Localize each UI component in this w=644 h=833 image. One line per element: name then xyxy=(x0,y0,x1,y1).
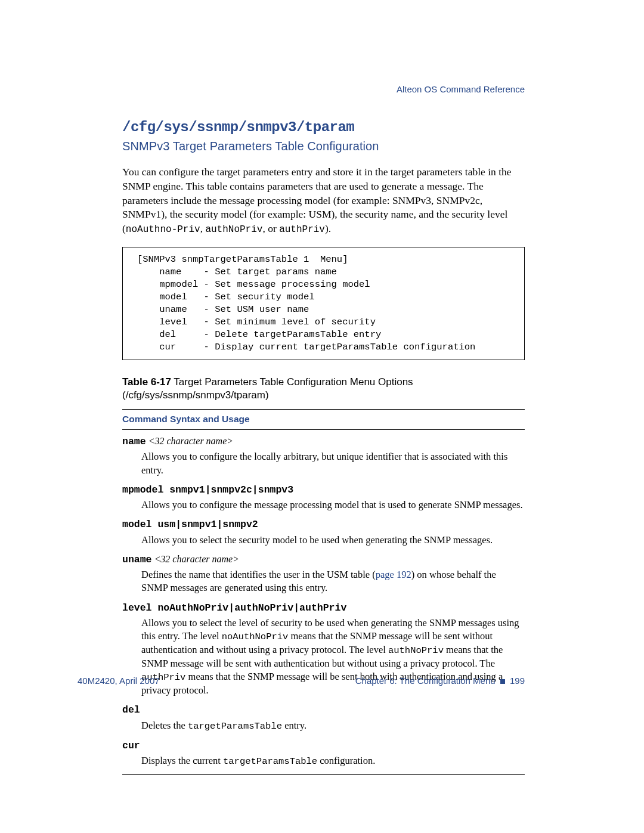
pipe-icon: | xyxy=(175,519,181,530)
subtitle: SNMPv3 Target Parameters Table Configura… xyxy=(122,138,525,154)
rule xyxy=(122,774,525,775)
rule xyxy=(122,409,525,410)
desc-text: Defines the name that identifies the use… xyxy=(141,569,376,580)
option-description: Displays the current targetParamsTable c… xyxy=(141,754,525,768)
desc-code: targetParamsTable xyxy=(188,721,282,732)
syntax-cmd: cur xyxy=(122,740,140,751)
desc-text: configuration. xyxy=(317,755,375,766)
syntax-alt: authPriv xyxy=(299,602,346,614)
option-entry-cur: cur Displays the current targetParamsTab… xyxy=(122,739,525,768)
syntax-alt: snmpv2c xyxy=(211,484,252,496)
syntax-line: level noAuthNoPriv|authNoPriv|authPriv xyxy=(122,601,525,615)
syntax-cmd: uname xyxy=(122,554,152,565)
intro-paragraph: You can configure the target parameters … xyxy=(122,165,525,236)
option-entry-model: model usm|snmpv1|snmpv2 Allows you to se… xyxy=(122,518,525,547)
syntax-cmd: level noAuthNoPriv xyxy=(122,602,228,614)
option-entry-del: del Deletes the targetParamsTable entry. xyxy=(122,703,525,732)
syntax-line: mpmodel snmpv1|snmpv2c|snmpv3 xyxy=(122,483,525,497)
rule xyxy=(122,429,525,430)
syntax-alt: snmpv3 xyxy=(258,484,293,496)
menu-listing-box: [SNMPv3 snmpTargetParamsTable 1 Menu] na… xyxy=(122,247,525,360)
intro-text: , or xyxy=(262,222,279,234)
page: Alteon OS Command Reference /cfg/sys/ssn… xyxy=(0,0,644,833)
option-entry-uname: uname <32 character name> Defines the na… xyxy=(122,553,525,595)
pipe-icon: | xyxy=(205,484,211,496)
page-footer: 40M2420, April 2007 Chapter 6: The Confi… xyxy=(78,675,525,687)
syntax-arg: <32 character name> xyxy=(148,436,233,446)
syntax-cmd: del xyxy=(122,704,140,716)
table-caption-label: Table 6-17 xyxy=(122,376,171,388)
pipe-icon: | xyxy=(216,519,222,530)
option-description: Defines the name that identifies the use… xyxy=(141,568,525,595)
option-description: Deletes the targetParamsTable entry. xyxy=(141,719,525,733)
option-description: Allows you to select the security model … xyxy=(141,534,525,547)
syntax-cmd: name xyxy=(122,436,146,447)
desc-text: Displays the current xyxy=(141,755,223,766)
desc-text: entry. xyxy=(282,720,306,731)
command-path-heading: /cfg/sys/ssnmp/snmpv3/tparam xyxy=(122,118,525,137)
desc-code: noAuthNoPriv xyxy=(222,631,289,642)
pipe-icon: | xyxy=(252,484,258,496)
syntax-line: cur xyxy=(122,739,525,753)
syntax-alt: snmpv1 xyxy=(181,519,216,530)
syntax-alt: authNoPriv xyxy=(234,602,293,614)
pipe-icon: | xyxy=(228,602,234,614)
intro-code: authNoPriv xyxy=(205,224,262,235)
intro-code: authPriv xyxy=(279,224,325,235)
intro-code: noAuthno-Priv xyxy=(126,224,200,235)
intro-text: ). xyxy=(325,222,331,234)
desc-code: authNoPriv xyxy=(388,645,444,656)
syntax-arg: <32 character name> xyxy=(154,554,239,564)
column-header: Command Syntax and Usage xyxy=(122,413,525,426)
desc-text: Deletes the xyxy=(141,720,188,731)
option-description: Allows you to configure the message proc… xyxy=(141,498,525,512)
footer-right: Chapter 6: The Configuration Menu 199 xyxy=(355,675,525,687)
option-entry-name: name <32 character name> Allows you to c… xyxy=(122,435,525,477)
page-link[interactable]: page 192 xyxy=(376,569,411,580)
footer-left: 40M2420, April 2007 xyxy=(78,675,160,687)
square-bullet-icon xyxy=(500,679,505,684)
syntax-line: model usm|snmpv1|snmpv2 xyxy=(122,518,525,531)
table-caption: Table 6-17 Target Parameters Table Confi… xyxy=(122,376,525,402)
syntax-cmd: mpmodel snmpv1 xyxy=(122,484,205,496)
syntax-cmd: model usm xyxy=(122,519,175,530)
syntax-alt: snmpv2 xyxy=(222,519,258,530)
syntax-line: del xyxy=(122,703,525,717)
syntax-line: name <32 character name> xyxy=(122,435,525,448)
option-description: Allows you to configure the locally arbi… xyxy=(141,450,525,477)
option-entry-mpmodel: mpmodel snmpv1|snmpv2c|snmpv3 Allows you… xyxy=(122,483,525,512)
desc-code: targetParamsTable xyxy=(223,756,317,767)
syntax-line: uname <32 character name> xyxy=(122,553,525,566)
footer-chapter: Chapter 6: The Configuration Menu xyxy=(355,676,496,686)
running-head: Alteon OS Command Reference xyxy=(397,83,525,95)
footer-page-number: 199 xyxy=(510,676,525,686)
pipe-icon: | xyxy=(293,602,299,614)
